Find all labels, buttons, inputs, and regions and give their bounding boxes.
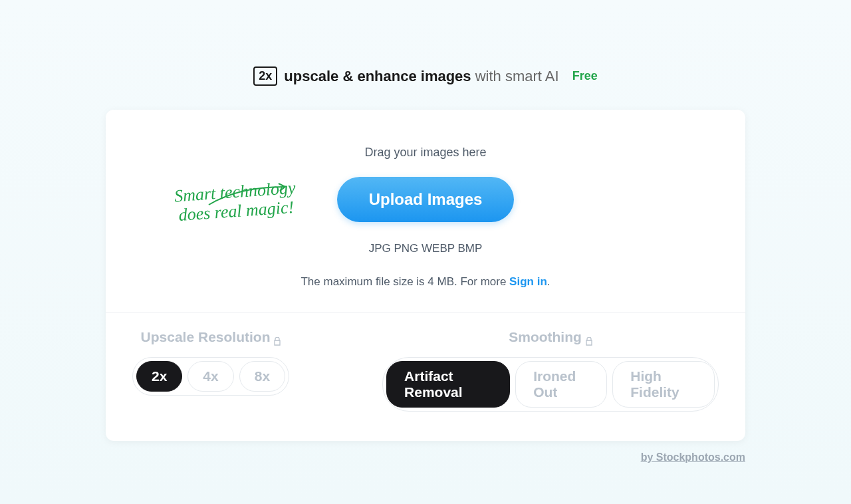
signin-link[interactable]: Sign in xyxy=(509,275,547,288)
resolution-pills: 2x 4x 8x xyxy=(132,357,289,396)
header-title-light: with smart AI xyxy=(471,68,559,84)
header-title: upscale & enhance images with smart AI xyxy=(284,68,558,85)
attribution-link[interactable]: by Stockphotos.com xyxy=(106,451,745,463)
resolution-option-2x[interactable]: 2x xyxy=(136,361,182,392)
smoothing-label: Smoothing xyxy=(509,329,592,345)
resolution-option-8x[interactable]: 8x xyxy=(239,361,285,392)
logo-badge: 2x xyxy=(253,66,277,86)
free-badge: Free xyxy=(572,69,598,83)
upload-button[interactable]: Upload Images xyxy=(337,177,515,222)
resolution-group: Upscale Resolution 2x 4x 8x xyxy=(132,329,289,412)
smoothing-option-ironed-out[interactable]: Ironed Out xyxy=(515,361,607,408)
upload-section[interactable]: Smart technology does real magic! Drag y… xyxy=(106,110,745,313)
header-title-bold: upscale & enhance images xyxy=(284,68,471,84)
smoothing-group: Smoothing Artifact Removal Ironed Out Hi… xyxy=(382,329,719,412)
resolution-option-4x[interactable]: 4x xyxy=(187,361,233,392)
smoothing-pills: Artifact Removal Ironed Out High Fidelit… xyxy=(382,357,719,412)
lock-icon xyxy=(586,333,592,342)
filesize-prefix: The maximum file size is 4 MB. For more xyxy=(301,275,509,288)
lock-icon xyxy=(274,333,281,342)
page-header: 2x upscale & enhance images with smart A… xyxy=(253,66,597,86)
smoothing-option-high-fidelity[interactable]: High Fidelity xyxy=(612,361,715,408)
drag-instructions: Drag your images here xyxy=(364,146,486,160)
resolution-label: Upscale Resolution xyxy=(141,329,281,345)
supported-formats: JPG PNG WEBP BMP xyxy=(369,242,483,255)
handwritten-note: Smart technology does real magic! xyxy=(174,179,297,225)
filesize-suffix: . xyxy=(547,275,550,288)
options-section: Upscale Resolution 2x 4x 8x Smoothing Ar… xyxy=(106,313,745,441)
smoothing-option-artifact-removal[interactable]: Artifact Removal xyxy=(386,361,510,408)
main-card: Smart technology does real magic! Drag y… xyxy=(106,110,745,441)
filesize-info: The maximum file size is 4 MB. For more … xyxy=(301,275,550,289)
